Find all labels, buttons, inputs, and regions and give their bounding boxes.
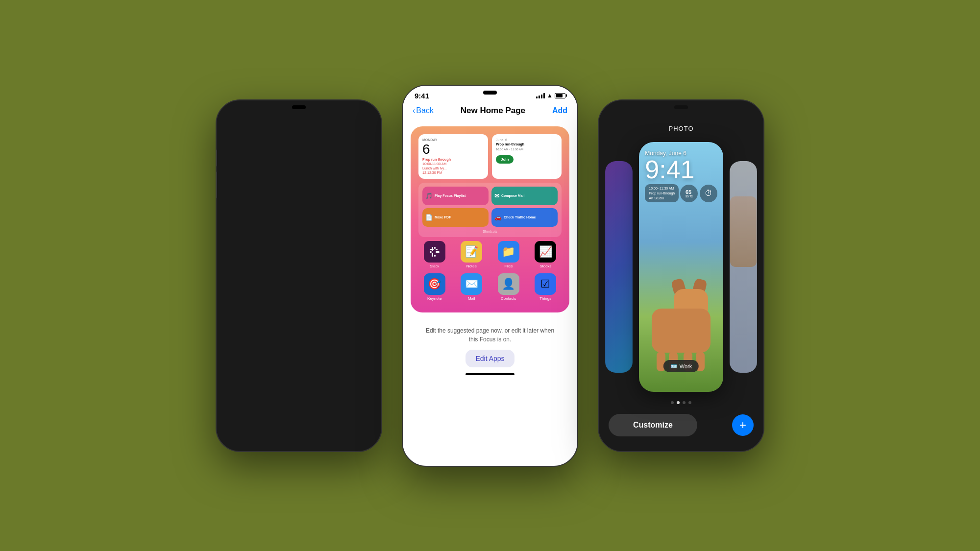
shortcuts-section: 🎵 Play Focus Playlist ✉ Compose Mail 📄 M… [418, 183, 562, 237]
shortcut-make-pdf[interactable]: 📄 Make PDF [422, 208, 489, 227]
stocks-icon: 📈 [535, 241, 556, 263]
shortcuts-label: Shortcuts [422, 230, 558, 233]
event-name: Prop run-through [649, 191, 675, 196]
slack-icon [424, 241, 445, 263]
wallpaper-overlay: Monday, June 6 9:41 10:00–11:30 AM Prop … [639, 142, 723, 206]
shortcut-play-playlist[interactable]: 🎵 Play Focus Playlist [422, 187, 489, 205]
app-notes[interactable]: 📝 Notes [456, 241, 488, 268]
calendar-widget: MONDAY 6 Prop run-through 10:00-11:30 AM… [418, 134, 488, 179]
apps-grid: Slack 📝 Notes 📁 Files 📈 Stocks 🎯 Keynote [418, 241, 562, 301]
wp-widgets: 10:00–11:30 AM Prop run-through Art Stud… [645, 184, 717, 202]
app-things[interactable]: ☑ Things [530, 273, 562, 301]
add-button[interactable]: Add [552, 106, 567, 115]
temperature: 65 55 72 [686, 189, 693, 198]
notes-icon: 📝 [461, 241, 482, 263]
contacts-icon: 👤 [498, 273, 519, 295]
app-mail[interactable]: ✉️ Mail [456, 273, 488, 301]
svg-rect-3 [434, 255, 436, 257]
shortcut-label-4: Check Traffic Home [504, 216, 536, 219]
svg-rect-4 [430, 249, 434, 250]
phone-2: 9:41 ▲ ‹ Back New Home Page Add [402, 85, 578, 467]
wallpaper-left[interactable] [605, 161, 633, 373]
app-label-slack: Slack [430, 264, 440, 268]
dot-1[interactable] [671, 401, 674, 404]
calendar-header: MONDAY [422, 138, 484, 142]
work-focus-badge: 🪪 Work [663, 360, 699, 372]
wallpaper-bottom-controls: Customize + [599, 409, 763, 451]
svg-rect-5 [436, 249, 438, 250]
shortcut-compose-mail[interactable]: ✉ Compose Mail [491, 187, 558, 205]
bottom-description: Edit the suggested page now, or edit it … [411, 320, 569, 350]
wallpaper-dots [599, 396, 763, 409]
event-location: Art Studio [649, 196, 675, 201]
dot-4[interactable] [688, 401, 691, 404]
files-icon: 📁 [498, 241, 519, 263]
calendar-event1: Prop run-through 10:00-11:30 AM Lunch wi… [422, 157, 484, 175]
wp-event-widget: 10:00–11:30 AM Prop run-through Art Stud… [645, 184, 679, 202]
shortcut-label-3: Make PDF [435, 216, 451, 219]
phone-notch [292, 105, 306, 109]
app-label-notes: Notes [466, 264, 477, 268]
keynote-icon: 🎯 [424, 273, 445, 295]
app-label-stocks: Stocks [539, 264, 551, 268]
event2-time: 12-12:30 PM [422, 171, 442, 174]
svg-rect-2 [432, 253, 433, 257]
wallpaper-center[interactable]: Monday, June 6 9:41 10:00–11:30 AM Prop … [639, 142, 723, 392]
webex-header: June, 6 [496, 138, 558, 142]
webex-widget: June, 6 Prop run-through 10:00 AM - 11:3… [492, 134, 562, 179]
back-label: Back [416, 106, 434, 115]
app-label-files: Files [504, 264, 513, 268]
app-label-keynote: Keynote [427, 296, 441, 301]
activity-icon: ⏱ [705, 189, 712, 198]
join-button[interactable]: Join [496, 155, 514, 164]
dot-2-active[interactable] [677, 401, 680, 404]
mail-app-icon: ✉️ [461, 273, 482, 295]
app-stocks[interactable]: 📈 Stocks [530, 241, 562, 268]
wp-temp-widget: 65 55 72 [680, 185, 698, 202]
edit-apps-button[interactable]: Edit Apps [466, 350, 514, 367]
music-icon: 🎵 [425, 192, 433, 199]
shortcut-label-1: Play Focus Playlist [435, 194, 466, 197]
signal-bar-3 [541, 95, 542, 98]
customize-button[interactable]: Customize [609, 414, 697, 436]
wifi-icon: ▲ [547, 92, 553, 99]
calendar-day: 6 [422, 143, 484, 156]
mail-icon: ✉ [494, 192, 499, 199]
back-button[interactable]: ‹ Back [413, 106, 434, 115]
temp-range: 55 72 [686, 195, 693, 198]
pdf-icon: 📄 [425, 214, 433, 221]
add-wallpaper-button[interactable]: + [732, 414, 754, 436]
svg-rect-6 [430, 251, 432, 253]
app-label-mail: Mail [468, 296, 475, 301]
home-indicator [466, 373, 514, 375]
temp-value: 65 [686, 189, 693, 195]
phone2-notch [483, 91, 497, 95]
status-icons: ▲ [536, 92, 565, 99]
things-icon: ☑ [535, 273, 556, 295]
shortcut-label-2: Compose Mail [501, 194, 524, 197]
wallpaper-right[interactable] [730, 161, 757, 373]
work-badge-icon: 🪪 [670, 363, 677, 369]
webex-event: Prop run-through [496, 143, 558, 146]
wallpaper-carousel: Monday, June 6 9:41 10:00–11:30 AM Prop … [599, 138, 763, 396]
app-keynote[interactable]: 🎯 Keynote [418, 273, 451, 301]
signal-bar-4 [543, 93, 545, 98]
dot-3[interactable] [683, 401, 686, 404]
shortcut-check-traffic[interactable]: 🚗 Check Traffic Home [491, 208, 558, 227]
vol-button-2 [216, 171, 217, 198]
svg-rect-1 [434, 247, 436, 249]
chevron-left-icon: ‹ [413, 106, 415, 115]
phone3-notch [674, 105, 688, 109]
wallpaper-picker: PHOTO [599, 100, 763, 451]
app-files[interactable]: 📁 Files [492, 241, 525, 268]
nav-bar: ‹ Back New Home Page Add [403, 102, 577, 121]
vol-button-1 [216, 149, 217, 167]
side-button [381, 159, 382, 189]
app-slack[interactable]: Slack [418, 241, 451, 268]
nav-title: New Home Page [461, 106, 525, 116]
home-page-preview: MONDAY 6 Prop run-through 10:00-11:30 AM… [411, 126, 569, 312]
event1-time: 10:00-11:30 AM [422, 162, 446, 166]
event1-name: Prop run-through [422, 158, 451, 161]
shortcut-row-1: 🎵 Play Focus Playlist ✉ Compose Mail [422, 187, 558, 205]
app-contacts[interactable]: 👤 Contacts [492, 273, 525, 301]
